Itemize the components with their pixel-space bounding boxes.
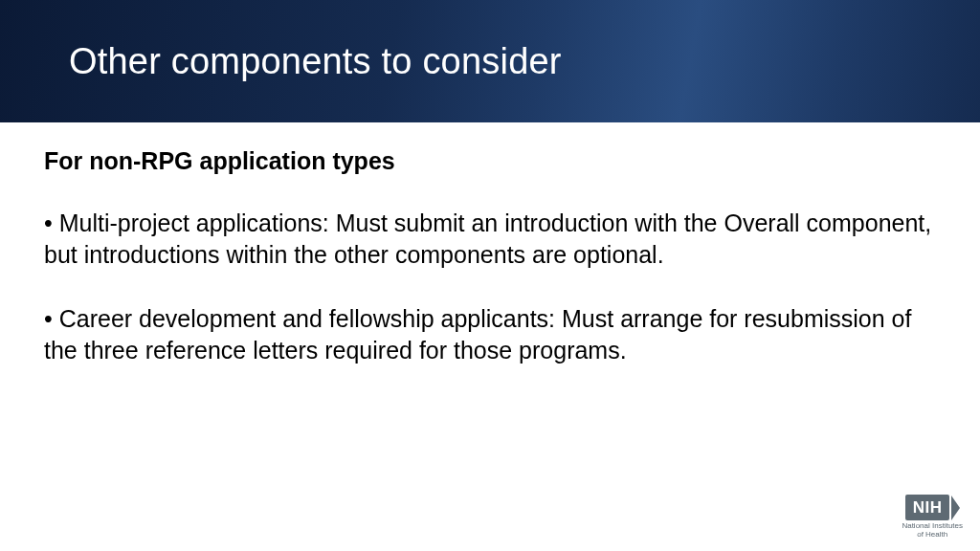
nih-logo: NIH National Institutes of Health xyxy=(902,495,963,540)
bullet-item: • Career development and fellowship appl… xyxy=(44,303,936,366)
bullet-item: • Multi-project applications: Must submi… xyxy=(44,208,936,271)
bullet-text: Multi-project applications: Must submit … xyxy=(44,209,931,268)
slide-content: For non-RPG application types • Multi-pr… xyxy=(0,122,980,366)
nih-logo-line2: of Health xyxy=(902,531,963,540)
content-subheading: For non-RPG application types xyxy=(44,147,936,175)
bullet-text: Career development and fellowship applic… xyxy=(44,305,911,364)
nih-logo-text: National Institutes of Health xyxy=(902,522,963,540)
slide-title: Other components to consider xyxy=(69,41,562,82)
nih-logo-box: NIH xyxy=(905,495,949,520)
nih-logo-mark: NIH xyxy=(902,495,963,520)
slide-header: Other components to consider xyxy=(0,0,980,122)
chevron-right-icon xyxy=(951,496,960,520)
